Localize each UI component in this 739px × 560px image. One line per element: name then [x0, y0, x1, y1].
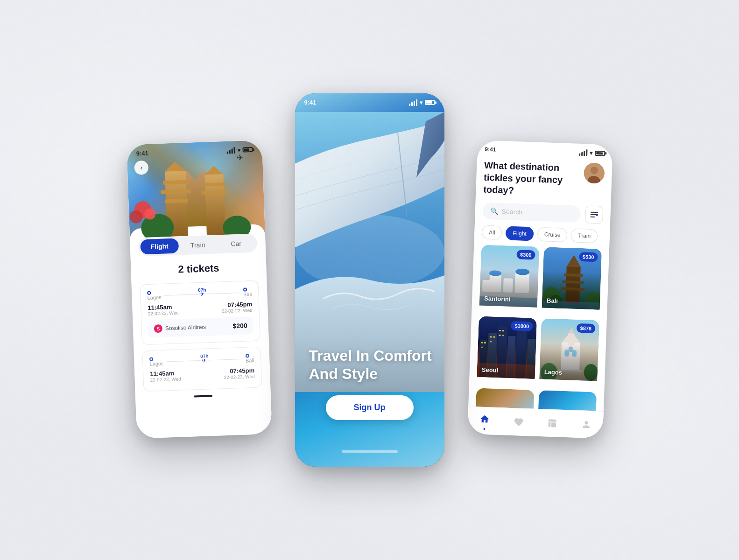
back-button-1[interactable]: ‹: [134, 161, 148, 175]
battery-2: [425, 100, 435, 105]
svg-rect-72: [548, 419, 556, 427]
greeting-row: What destination tickles your fancy toda…: [483, 159, 605, 200]
battery-1: [242, 147, 253, 153]
destinations-grid: $300 Santorini: [475, 245, 601, 427]
nav-favorites[interactable]: [508, 414, 528, 431]
santorini-name: Santorini: [484, 295, 510, 303]
arr-date-2: 22-02-22, Wed: [224, 374, 254, 380]
nav-bookings[interactable]: [542, 416, 562, 433]
signal-bars-3: [579, 149, 587, 156]
search-input-wrap[interactable]: 🔍 Search: [482, 203, 581, 223]
dest-img-bali: $530 Bali: [542, 247, 601, 309]
search-placeholder: Search: [501, 208, 522, 216]
time-3: 9:41: [485, 146, 496, 153]
user-avatar[interactable]: [584, 162, 605, 184]
bottom-indicator-1: [193, 395, 212, 397]
route-row-1: Lagos ✈ 07h Bali: [147, 287, 252, 301]
dest-img-seoul: $1000 Seoul: [477, 316, 536, 379]
svg-marker-1: [164, 161, 186, 172]
search-icon: 🔍: [490, 207, 498, 215]
duration-2: 07h: [198, 353, 210, 359]
cat-cruise[interactable]: Cruise: [537, 227, 568, 242]
home-indicator-2: [342, 450, 398, 453]
arr-date-1: 22-02-22, Wed: [221, 308, 252, 314]
svg-point-23: [593, 216, 596, 218]
bird-icon: ✈: [236, 153, 244, 163]
route-line-2: ✈ 07h: [166, 358, 243, 362]
nav-dot-home: [483, 428, 485, 430]
dep-date-1: 22-02-22, Wed: [148, 310, 178, 316]
svg-marker-6: [204, 166, 223, 175]
flight-card-1: Lagos ✈ 07h Bali 11:45am 22-02-22, Wed 0…: [140, 280, 260, 345]
svg-line-73: [549, 422, 556, 422]
seoul-name: Seoul: [481, 366, 498, 374]
airline-price-1: $200: [232, 322, 247, 329]
dep-date-2: 22-02-22, Wed: [150, 376, 181, 382]
signal-bars-2: [409, 99, 417, 106]
time-row-2: 11:45am 22-02-22, Wed 07:45pm 22-02-22, …: [150, 367, 255, 383]
route-row-2: Lagos ✈ 07h Bali: [149, 354, 254, 367]
arr-city-2: Bali: [245, 357, 254, 364]
tickets-title: 2 tickets: [139, 261, 258, 277]
filter-icon: [590, 211, 598, 218]
nav-home[interactable]: [474, 412, 494, 432]
svg-point-22: [596, 214, 598, 216]
cat-flight[interactable]: Flight: [505, 226, 533, 241]
route-line-1: ✈ 07h: [164, 292, 240, 295]
airline-logo-1: S: [154, 324, 162, 333]
tab-car[interactable]: Car: [217, 236, 255, 252]
greeting-text: What destination tickles your fancy toda…: [483, 159, 577, 199]
cat-train[interactable]: Train: [570, 228, 598, 243]
dest-card-bali[interactable]: $530 Bali: [542, 247, 602, 316]
lagos-name: Lagos: [544, 369, 562, 376]
nav-profile[interactable]: [576, 417, 596, 434]
time-2: 9:41: [304, 99, 317, 106]
seoul-price: $1000: [511, 321, 533, 331]
phone-2-hero: 9:41 ▾: [295, 93, 444, 467]
airline-name-1: S Sosoliso Airlines: [154, 323, 206, 333]
svg-point-12: [129, 210, 143, 224]
dest-card-seoul[interactable]: $1000 Seoul: [476, 316, 536, 385]
lagos-price: $878: [576, 323, 595, 333]
arr-city-1: Bali: [243, 291, 252, 297]
phone-3-destinations: 9:41 ▾ What destination tickles your fan…: [467, 140, 613, 439]
phone-1-content: Flight Train Car 2 tickets Lagos ✈ 07h B…: [129, 224, 272, 439]
dest-img-santorini: $300 Santorini: [479, 245, 539, 308]
status-bar-2: 9:41 ▾: [295, 93, 444, 110]
signal-bars-1: [226, 147, 235, 154]
cat-all[interactable]: All: [481, 225, 502, 240]
category-tabs: All Flight Cruise Train: [481, 225, 602, 244]
hero-image: 9:41 ▾ ‹ ✈: [127, 140, 265, 238]
filter-button[interactable]: [585, 205, 603, 224]
battery-3: [595, 150, 605, 156]
hero-background: 9:41 ▾: [295, 93, 444, 467]
dest-card-lagos[interactable]: $878 Lagos: [539, 318, 599, 387]
duration-1: 07h: [196, 287, 208, 293]
dep-city-1: Lagos: [147, 294, 161, 301]
flight-card-2: Lagos ✈ 07h Bali 11:45am 22-02-22, Wed 0…: [142, 346, 262, 392]
hero-heading: Travel In Comfort And Style: [309, 347, 444, 383]
tab-train[interactable]: Train: [178, 237, 217, 253]
status-icons-2: ▾: [409, 99, 435, 106]
hero-text-wrap: Travel In Comfort And Style: [309, 347, 444, 383]
status-icons-3: ▾: [579, 149, 605, 157]
dep-city-2: Lagos: [149, 361, 163, 367]
bali-price: $530: [578, 252, 598, 262]
wifi-icon-3: ▾: [590, 150, 592, 156]
dep-dot-2: [149, 357, 153, 361]
dest-img-lagos: $878 Lagos: [539, 318, 599, 381]
airline-row-1: S Sosoliso Airlines $200: [148, 316, 253, 338]
wifi-icon-2: ▾: [420, 99, 422, 106]
signup-button[interactable]: Sign Up: [326, 395, 414, 420]
santorini-price: $300: [516, 250, 535, 259]
dest-card-santorini[interactable]: $300 Santorini: [479, 245, 539, 314]
tab-flight[interactable]: Flight: [140, 238, 179, 254]
time-row-1: 11:45am 22-02-22, Wed 07:45pm 22-02-22, …: [148, 301, 253, 316]
search-row: 🔍 Search: [482, 202, 603, 224]
bali-name: Bali: [546, 297, 557, 305]
bottom-nav: [467, 406, 604, 439]
phone-1-tickets: 9:41 ▾ ‹ ✈ Flight Train Car: [127, 140, 272, 439]
time-1: 9:41: [136, 150, 148, 157]
phone-3-content: What destination tickles your fancy toda…: [467, 155, 612, 430]
